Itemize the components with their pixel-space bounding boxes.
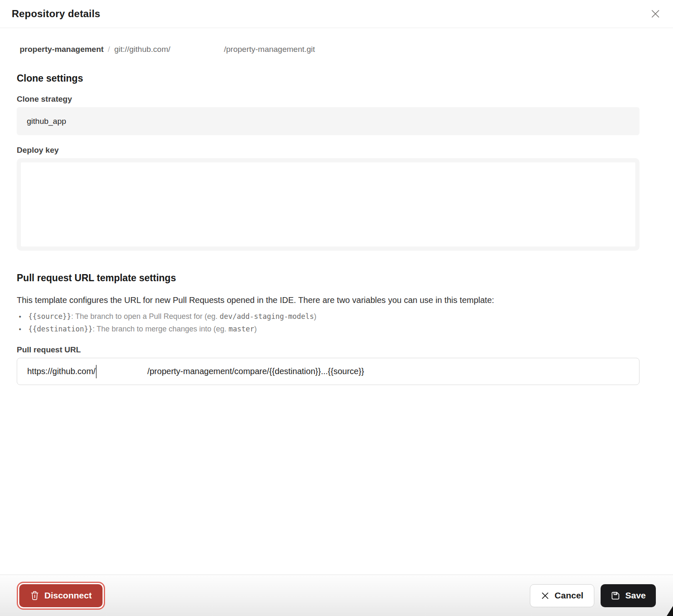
pr-template-description: This template configures the URL for new… xyxy=(17,295,640,305)
save-button-label: Save xyxy=(625,590,646,601)
modal-body: property-management / git://github.com/ … xyxy=(0,44,673,385)
pr-template-variable-list: • {{source}}: The branch to open a Pull … xyxy=(17,311,640,334)
clone-settings-heading: Clone settings xyxy=(17,72,640,85)
deploy-key-label: Deploy key xyxy=(17,145,640,155)
list-item-destination-variable: • {{destination}}: The branch to merge c… xyxy=(17,324,640,334)
destination-variable-example: master xyxy=(229,325,254,333)
footer-action-group: Cancel Save xyxy=(530,584,656,607)
destination-variable-code: {{destination}} xyxy=(28,325,93,333)
clone-strategy-input: github_app xyxy=(17,107,640,135)
close-button[interactable] xyxy=(647,5,664,22)
clone-strategy-label: Clone strategy xyxy=(17,94,640,104)
list-item-source-variable: • {{source}}: The branch to open a Pull … xyxy=(17,311,640,322)
disconnect-button-label: Disconnect xyxy=(44,590,92,601)
close-icon xyxy=(650,8,661,19)
pr-template-heading: Pull request URL template settings xyxy=(17,272,640,285)
breadcrumb-redacted-org xyxy=(170,49,224,50)
source-variable-text: : The branch to open a Pull Request for … xyxy=(71,312,220,321)
pull-request-url-label: Pull request URL xyxy=(17,345,640,355)
page-title: Repository details xyxy=(12,8,100,20)
breadcrumb-repo-name: property-management xyxy=(20,44,104,55)
disconnect-button[interactable]: Disconnect xyxy=(19,584,103,607)
bullet-icon: • xyxy=(19,311,21,322)
pull-request-url-input[interactable]: https://github.com//property-management/… xyxy=(17,358,640,385)
modal-header: Repository details xyxy=(0,0,673,28)
pr-url-suffix: /property-management/compare/{{destinati… xyxy=(147,367,364,376)
trash-icon xyxy=(30,590,39,601)
clone-strategy-value: github_app xyxy=(27,117,66,126)
destination-variable-text: : The branch to merge changes into (eg. xyxy=(92,325,229,333)
deploy-key-textarea[interactable] xyxy=(21,162,635,246)
breadcrumb: property-management / git://github.com/ … xyxy=(20,44,640,55)
save-button[interactable]: Save xyxy=(601,584,656,607)
breadcrumb-url-suffix: /property-management.git xyxy=(224,44,315,55)
modal-footer: Disconnect Cancel Save xyxy=(0,575,673,616)
breadcrumb-separator: / xyxy=(108,44,110,55)
cancel-button-label: Cancel xyxy=(555,590,583,601)
cancel-button[interactable]: Cancel xyxy=(530,584,594,607)
breadcrumb-url-prefix: git://github.com/ xyxy=(114,44,170,55)
x-icon xyxy=(541,591,550,600)
save-floppy-icon xyxy=(611,591,620,601)
source-variable-code: {{source}} xyxy=(28,312,71,321)
source-variable-suffix: ) xyxy=(314,312,316,321)
source-variable-example: dev/add-staging-models xyxy=(220,312,314,321)
deploy-key-field xyxy=(17,158,640,251)
destination-variable-suffix: ) xyxy=(254,325,257,333)
bullet-icon: • xyxy=(19,324,21,334)
pr-url-redacted-org xyxy=(97,371,147,372)
pr-url-prefix: https://github.com/ xyxy=(27,367,95,376)
